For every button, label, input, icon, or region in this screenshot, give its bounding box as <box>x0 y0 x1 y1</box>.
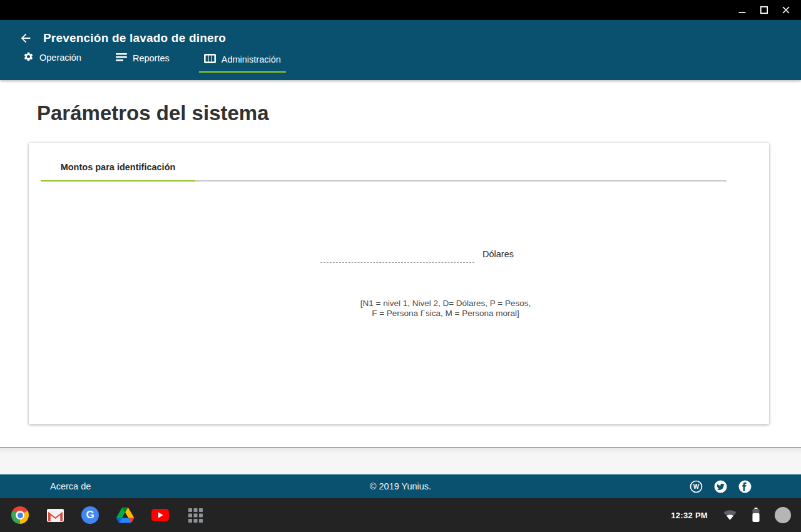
taskbar-apps: G <box>0 506 204 524</box>
close-icon[interactable] <box>781 5 791 15</box>
list-icon <box>116 53 127 64</box>
svg-text:W: W <box>693 483 700 490</box>
footer-social: W <box>690 480 752 493</box>
status-tray[interactable]: 12:32 PM <box>671 507 801 523</box>
columns-icon <box>204 54 216 65</box>
page-title: Parámetros del sistema <box>0 80 801 126</box>
app-header: Prevención de lavado de dinero Operación… <box>0 20 801 80</box>
about-link[interactable]: Acerca de <box>50 481 91 491</box>
minimize-icon[interactable] <box>737 5 747 15</box>
parameters-card: Montos para identificación Dólares [N1 =… <box>29 143 769 424</box>
twitter-icon[interactable] <box>714 480 727 493</box>
youtube-icon[interactable] <box>151 506 169 524</box>
gmail-icon[interactable] <box>46 506 64 524</box>
amount-input[interactable] <box>320 247 474 263</box>
amount-unit-label: Dólares <box>482 249 514 259</box>
clock[interactable]: 12:32 PM <box>671 511 708 520</box>
legend-text: [N1 = nivel 1, Nivel 2, D= Dólares, P = … <box>320 299 571 319</box>
wifi-icon[interactable] <box>723 509 737 521</box>
card-tab-montos[interactable]: Montos para identificación <box>41 143 195 182</box>
tab-reportes[interactable]: Reportes <box>111 53 175 73</box>
app-launcher-icon[interactable] <box>186 506 204 524</box>
battery-icon[interactable] <box>752 508 760 523</box>
wordpress-icon[interactable]: W <box>690 480 703 493</box>
window-titlebar <box>0 0 801 20</box>
copyright-text: © 2019 Yunius. <box>0 481 801 491</box>
chrome-icon[interactable] <box>11 506 29 524</box>
tab-operacion[interactable]: Operación <box>18 51 86 73</box>
main-nav-tabs: Operación Reportes Administración <box>0 48 801 73</box>
amount-field-row: Dólares <box>320 245 514 263</box>
avatar[interactable] <box>775 507 791 523</box>
legend-line-2: F = Persona f´sica, M = Persona moral] <box>320 309 571 319</box>
back-arrow-icon[interactable] <box>18 30 34 46</box>
taskbar: G <box>0 498 801 532</box>
app-title: Prevención de lavado de dinero <box>43 31 226 45</box>
page-content: Parámetros del sistema Montos para ident… <box>0 80 801 447</box>
drive-icon[interactable] <box>116 506 134 524</box>
tab-label: Reportes <box>133 53 170 63</box>
footer: Acerca de © 2019 Yunius. W <box>0 474 801 498</box>
screen: Prevención de lavado de dinero Operación… <box>0 0 801 532</box>
gear-icon <box>23 51 34 64</box>
main-area: Parámetros del sistema Montos para ident… <box>0 80 801 474</box>
maximize-icon[interactable] <box>759 5 769 15</box>
tab-administracion[interactable]: Administración <box>199 54 286 73</box>
prefooter-band <box>0 447 801 474</box>
legend-line-1: [N1 = nivel 1, Nivel 2, D= Dólares, P = … <box>320 299 571 309</box>
tab-label: Operación <box>39 53 81 63</box>
tab-label: Administración <box>222 54 281 64</box>
google-icon[interactable]: G <box>81 506 99 524</box>
facebook-icon[interactable] <box>738 480 752 493</box>
